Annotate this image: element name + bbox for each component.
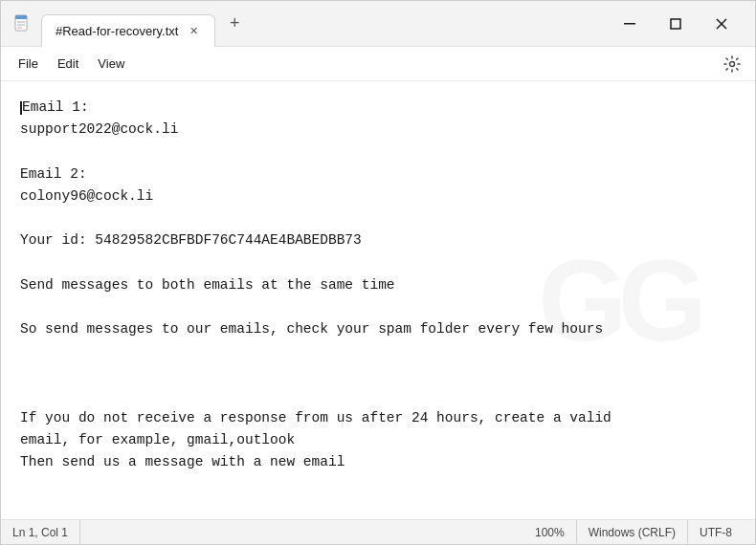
editor-line: Email 2: <box>20 164 736 185</box>
zoom-level: 100% <box>523 520 577 544</box>
app-icon <box>12 14 32 33</box>
close-tab-button[interactable]: ✕ <box>186 23 201 38</box>
editor-line: colony96@cock.li <box>20 185 736 207</box>
editor-line <box>20 384 736 406</box>
svg-rect-1 <box>15 15 27 19</box>
editor-line: If you do not receive a response from us… <box>20 407 736 429</box>
settings-button[interactable] <box>717 49 747 79</box>
tab-area: #Read-for-recovery.txt ✕ + <box>41 1 608 46</box>
editor-line <box>20 340 736 362</box>
menu-edit[interactable]: Edit <box>48 53 88 75</box>
editor-line: support2022@cock.li <box>20 119 736 141</box>
cursor-position: Ln 1, Col 1 <box>12 520 80 544</box>
statusbar: Ln 1, Col 1 100% Windows (CRLF) UTF-8 <box>1 519 755 544</box>
window-controls <box>608 9 744 39</box>
menu-file[interactable]: File <box>9 53 48 75</box>
editor-line: Your id: 54829582CBFBDF76C744AE4BABEDBB7… <box>20 229 736 251</box>
editor-line <box>20 296 736 318</box>
maximize-button[interactable] <box>654 9 698 39</box>
editor-line: Send messages to both emails at the same… <box>20 274 736 296</box>
titlebar: #Read-for-recovery.txt ✕ + <box>1 1 755 47</box>
editor-line: So send messages to our emails, check yo… <box>20 318 736 340</box>
editor-line <box>20 141 736 163</box>
minimize-button[interactable] <box>608 9 652 39</box>
svg-rect-6 <box>671 19 680 29</box>
editor-line: Email 1: <box>20 97 736 119</box>
menubar: File Edit View <box>1 47 755 81</box>
active-tab[interactable]: #Read-for-recovery.txt ✕ <box>41 14 215 47</box>
encoding: UTF-8 <box>688 520 744 544</box>
editor-line: email, for example, gmail,outlook <box>20 429 736 451</box>
new-tab-button[interactable]: + <box>221 11 248 37</box>
notepad-window: #Read-for-recovery.txt ✕ + File Edit Vie… <box>0 0 756 545</box>
close-button[interactable] <box>700 9 744 39</box>
tab-label: #Read-for-recovery.txt <box>56 24 178 38</box>
svg-rect-5 <box>624 23 635 25</box>
line-ending: Windows (CRLF) <box>577 520 688 544</box>
editor-line: Then send us a message with a new email <box>20 451 736 473</box>
editor-content: Email 1: support2022@cock.li Email 2: co… <box>20 97 736 473</box>
svg-point-9 <box>730 61 735 66</box>
editor-line <box>20 251 736 273</box>
editor-line <box>20 207 736 229</box>
editor-line <box>20 362 736 384</box>
menu-view[interactable]: View <box>88 53 134 75</box>
editor-area[interactable]: GG Email 1: support2022@cock.li Email 2:… <box>1 81 755 519</box>
